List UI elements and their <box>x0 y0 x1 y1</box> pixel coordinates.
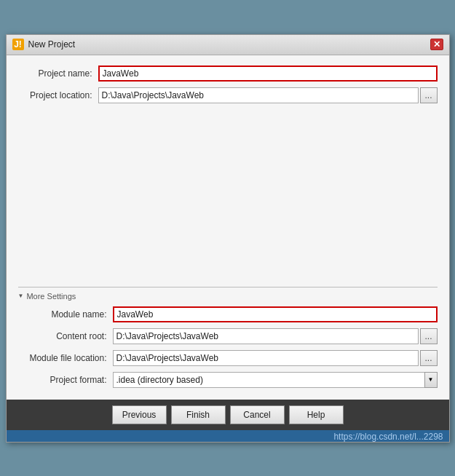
title-bar: J! New Project ✕ <box>7 35 449 55</box>
content-root-input-group: ... <box>113 328 438 344</box>
status-text: https://blog.csdn.net/l...2298 <box>333 432 443 442</box>
project-location-input[interactable] <box>98 87 419 103</box>
project-location-row: Project location: ... <box>18 87 438 103</box>
project-format-label: Project format: <box>18 375 113 385</box>
project-name-row: Project name: <box>18 66 438 82</box>
app-icon: J! <box>12 39 24 50</box>
content-root-label: Content root: <box>18 331 113 341</box>
help-button[interactable]: Help <box>289 405 344 424</box>
previous-button[interactable]: Previous <box>112 405 167 424</box>
module-name-row: Module name: <box>18 306 438 322</box>
project-location-browse-button[interactable]: ... <box>420 87 438 103</box>
cancel-button[interactable]: Cancel <box>230 405 285 424</box>
more-settings-section: ▼ More Settings Module name: Content roo… <box>18 287 438 388</box>
module-file-location-row: Module file location: ... <box>18 350 438 366</box>
project-format-select-wrapper: .idea (directory based) ▼ <box>113 372 438 388</box>
module-name-label: Module name: <box>18 309 113 320</box>
dialog-window: J! New Project ✕ Project name: Project l… <box>6 34 450 443</box>
project-name-input[interactable] <box>98 66 438 82</box>
content-root-input[interactable] <box>113 328 419 344</box>
collapse-triangle-icon: ▼ <box>18 293 24 299</box>
dialog-buttons-bar: Previous Finish Cancel Help <box>7 400 449 430</box>
module-file-location-label: Module file location: <box>18 353 113 363</box>
dialog-content: Project name: Project location: ... ▼ Mo… <box>7 55 449 400</box>
finish-button[interactable]: Finish <box>171 405 226 424</box>
title-bar-left: J! New Project <box>12 39 76 50</box>
content-root-row: Content root: ... <box>18 328 438 344</box>
content-root-browse-button[interactable]: ... <box>420 328 438 344</box>
project-format-select[interactable]: .idea (directory based) <box>113 372 438 388</box>
project-format-row: Project format: .idea (directory based) … <box>18 372 438 388</box>
status-bar: https://blog.csdn.net/l...2298 <box>7 430 449 442</box>
project-location-label: Project location: <box>18 90 98 100</box>
empty-area <box>18 109 438 284</box>
module-name-input[interactable] <box>113 306 438 322</box>
close-button[interactable]: ✕ <box>430 39 443 50</box>
project-location-input-group: ... <box>98 87 438 103</box>
window-title: New Project <box>28 39 76 49</box>
project-name-label: Project name: <box>18 68 98 79</box>
module-file-location-input-group: ... <box>113 350 438 366</box>
module-file-location-input[interactable] <box>113 350 419 366</box>
more-settings-header[interactable]: ▼ More Settings <box>18 292 438 301</box>
more-settings-label: More Settings <box>26 292 76 301</box>
module-file-location-browse-button[interactable]: ... <box>420 350 438 366</box>
